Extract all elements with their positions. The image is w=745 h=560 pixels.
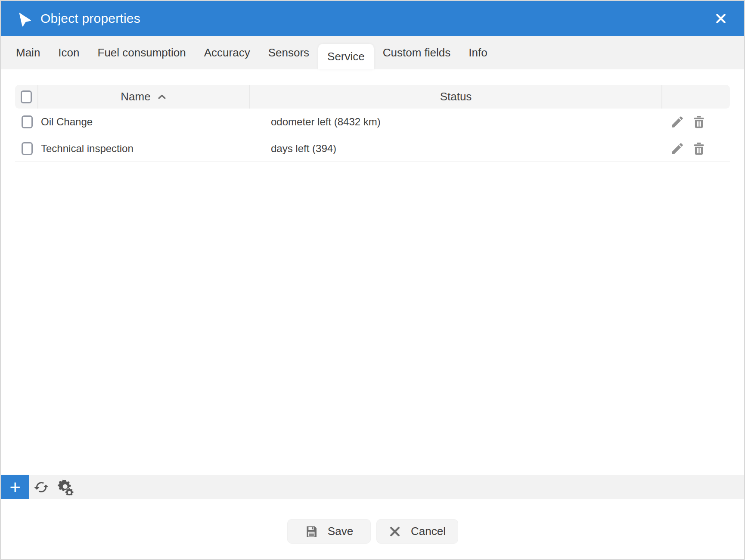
column-header-name[interactable]: Name bbox=[37, 85, 249, 109]
service-name: Oil Change bbox=[37, 116, 249, 128]
trash-icon[interactable] bbox=[692, 141, 706, 156]
titlebar: Object properties bbox=[1, 1, 744, 36]
edit-pencil-icon[interactable] bbox=[670, 141, 685, 156]
table-row: Oil Change odometer left (8432 km) bbox=[15, 109, 730, 135]
save-button[interactable]: Save bbox=[287, 519, 371, 544]
x-icon bbox=[388, 525, 401, 538]
dialog-title: Object properties bbox=[40, 11, 140, 26]
column-header-actions bbox=[661, 85, 730, 109]
tab-fuel-consumption[interactable]: Fuel consumption bbox=[89, 36, 195, 69]
column-header-status[interactable]: Status bbox=[249, 85, 661, 109]
navigation-arrow-icon bbox=[11, 6, 35, 31]
row-checkbox[interactable] bbox=[22, 142, 33, 155]
tab-accuracy[interactable]: Accuracy bbox=[195, 36, 259, 69]
close-icon[interactable] bbox=[712, 10, 729, 27]
floppy-disk-icon bbox=[304, 525, 318, 538]
service-table: Name Status Oil Change odometer left (84… bbox=[15, 85, 730, 162]
gears-icon bbox=[57, 479, 74, 495]
plus-icon: + bbox=[9, 478, 21, 497]
bottom-toolbar: + bbox=[1, 475, 744, 499]
table-row: Technical inspection days left (394) bbox=[15, 135, 730, 162]
tab-sensors[interactable]: Sensors bbox=[259, 36, 318, 69]
tab-icon[interactable]: Icon bbox=[49, 36, 88, 69]
tab-bar: Main Icon Fuel consumption Accuracy Sens… bbox=[1, 36, 744, 69]
save-label: Save bbox=[328, 525, 353, 538]
tab-custom-fields[interactable]: Custom fields bbox=[374, 36, 460, 69]
cancel-label: Cancel bbox=[411, 525, 446, 538]
service-status: days left (394) bbox=[249, 143, 661, 155]
service-name: Technical inspection bbox=[37, 143, 249, 155]
select-all-cell bbox=[15, 85, 37, 109]
settings-button[interactable] bbox=[53, 475, 78, 499]
object-properties-dialog: Object properties Main Icon Fuel consump… bbox=[0, 0, 745, 560]
row-checkbox[interactable] bbox=[22, 115, 33, 128]
service-status: odometer left (8432 km) bbox=[249, 116, 661, 128]
sort-asc-chevron-icon bbox=[157, 92, 167, 102]
add-service-button[interactable]: + bbox=[1, 475, 29, 499]
select-all-checkbox[interactable] bbox=[21, 90, 32, 103]
refresh-button[interactable] bbox=[29, 475, 53, 499]
tab-main[interactable]: Main bbox=[7, 36, 49, 69]
refresh-icon bbox=[34, 479, 49, 495]
table-header-row: Name Status bbox=[15, 85, 730, 109]
trash-icon[interactable] bbox=[692, 115, 706, 129]
footer-actions: Save Cancel bbox=[1, 519, 744, 544]
edit-pencil-icon[interactable] bbox=[670, 115, 685, 129]
tab-service[interactable]: Service bbox=[318, 44, 374, 69]
tab-info[interactable]: Info bbox=[459, 36, 496, 69]
cancel-button[interactable]: Cancel bbox=[376, 519, 458, 544]
